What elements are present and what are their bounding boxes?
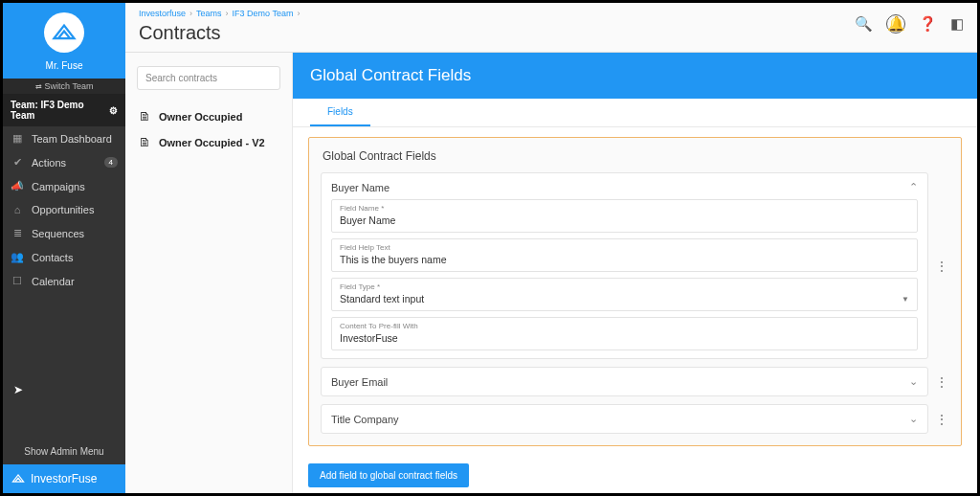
people-icon: 👥: [11, 251, 24, 263]
form-field-prefill[interactable]: Content To Pre-fill With InvestorFuse: [331, 317, 918, 350]
document-icon: 🗎: [139, 135, 151, 149]
page-title: Contracts: [139, 22, 300, 44]
switch-team-link[interactable]: Switch Team: [3, 79, 125, 94]
sidebar-item-opportunities[interactable]: ⌂ Opportunities: [3, 198, 125, 221]
search-contracts-input[interactable]: Search contracts: [137, 66, 280, 90]
form-field-name[interactable]: Field Name * Buyer Name: [331, 199, 918, 233]
form-value: Buyer Name: [340, 214, 909, 226]
sidebar-item-actions[interactable]: ✔ Actions 4: [3, 150, 125, 174]
list-icon: ≣: [11, 227, 24, 239]
form-label: Field Help Text: [340, 243, 909, 252]
field-card-title: Buyer Email: [331, 376, 388, 388]
sidebar-item-label: Actions: [32, 157, 97, 169]
field-menu-icon[interactable]: ⋮: [934, 367, 949, 396]
contract-label: Owner Occupied - V2: [159, 137, 265, 148]
form-label: Field Type *: [340, 282, 909, 291]
sidebar-item-label: Team Dashboard: [32, 133, 118, 145]
contract-item[interactable]: 🗎 Owner Occupied: [137, 103, 280, 129]
sidebar-item-calendar[interactable]: ☐ Calendar: [3, 269, 125, 293]
check-icon: ✔: [11, 156, 24, 169]
sidebar-nav: ▦ Team Dashboard ✔ Actions 4 📣 Campaigns…: [3, 126, 125, 439]
sidebar-item-label: Opportunities: [32, 204, 118, 215]
add-field-button[interactable]: Add field to global contract fields: [308, 463, 469, 487]
form-field-type[interactable]: Field Type * Standard text input ▼: [331, 278, 918, 311]
sidebar-item-label: Calendar: [32, 276, 118, 287]
field-menu-icon[interactable]: ⋮: [934, 404, 949, 434]
contracts-list-column: Search contracts 🗎 Owner Occupied 🗎 Owne…: [125, 53, 293, 493]
sidebar-item-label: Contacts: [32, 252, 118, 263]
document-icon: 🗎: [139, 109, 151, 124]
sidebar-item-sequences[interactable]: ≣ Sequences: [3, 221, 125, 245]
megaphone-icon: 📣: [11, 180, 24, 192]
form-field-help[interactable]: Field Help Text This is the buyers name: [331, 238, 918, 272]
show-admin-menu[interactable]: Show Admin Menu: [3, 439, 125, 464]
home-icon: ⌂: [11, 204, 24, 215]
tab-fields[interactable]: Fields: [310, 99, 370, 126]
field-card-expanded: Buyer Name ⌃ Field Name * Buyer Name Fie…: [321, 172, 928, 359]
sidebar-footer[interactable]: InvestorFuse: [3, 464, 125, 493]
app-logo: [44, 12, 84, 53]
form-value: InvestorFuse: [340, 332, 909, 344]
calendar-icon: ☐: [11, 275, 24, 287]
sidebar-item-campaigns[interactable]: 📣 Campaigns: [3, 174, 125, 198]
page-header: Investorfuse› Teams› IF3 Demo Team› Cont…: [125, 3, 977, 53]
search-icon[interactable]: 🔍: [855, 15, 873, 33]
crumb-root[interactable]: Investorfuse: [139, 9, 186, 18]
field-menu-icon[interactable]: ⋮: [934, 172, 949, 359]
chevron-down-icon: ⌄: [909, 413, 918, 425]
form-value: This is the buyers name: [340, 254, 909, 265]
field-card-collapsed[interactable]: Title Company ⌄: [321, 404, 928, 434]
crumb-teams[interactable]: Teams: [196, 9, 222, 18]
field-card-collapsed[interactable]: Buyer Email ⌄: [321, 367, 928, 396]
content-banner: Global Contract Fields: [293, 53, 977, 99]
sidebar-item-label: Campaigns: [32, 181, 118, 192]
actions-badge: 4: [104, 157, 118, 168]
panel-title: Global Contract Fields: [323, 149, 949, 163]
team-label: Team: IF3 Demo Team: [11, 100, 109, 121]
global-fields-panel: Global Contract Fields Buyer Name ⌃ Fiel…: [308, 137, 962, 446]
breadcrumb: Investorfuse› Teams› IF3 Demo Team›: [139, 5, 300, 18]
contract-item[interactable]: 🗎 Owner Occupied - V2: [137, 129, 280, 155]
dashboard-icon: ▦: [11, 132, 24, 145]
sidebar-item-label: Sequences: [32, 228, 118, 239]
apps-icon[interactable]: ◧: [950, 15, 964, 33]
caret-down-icon: ▼: [902, 295, 909, 304]
main: Investorfuse› Teams› IF3 Demo Team› Cont…: [125, 3, 977, 493]
sidebar-header: Mr. Fuse: [3, 3, 125, 79]
team-row: Team: IF3 Demo Team ⚙: [3, 94, 125, 126]
user-name[interactable]: Mr. Fuse: [46, 60, 83, 71]
form-label: Field Name *: [340, 204, 909, 213]
footer-brand: InvestorFuse: [31, 472, 97, 485]
form-value: Standard text input: [340, 293, 424, 304]
field-card-title: Title Company: [331, 414, 399, 425]
form-label: Content To Pre-fill With: [340, 322, 909, 330]
chevron-up-icon[interactable]: ⌃: [909, 181, 918, 193]
sidebar-item-dashboard[interactable]: ▦ Team Dashboard: [3, 126, 125, 150]
sidebar-item-contacts[interactable]: 👥 Contacts: [3, 245, 125, 269]
contract-label: Owner Occupied: [159, 111, 242, 123]
crumb-team[interactable]: IF3 Demo Team: [233, 9, 294, 18]
header-icons: 🔍 🔔 ❓ ◧: [855, 5, 964, 34]
help-icon[interactable]: ❓: [919, 15, 937, 33]
tabs: Fields: [293, 99, 977, 127]
chevron-down-icon: ⌄: [909, 375, 918, 388]
notifications-icon[interactable]: 🔔: [886, 14, 905, 34]
gear-icon[interactable]: ⚙: [109, 105, 118, 116]
content-column: Global Contract Fields Fields Global Con…: [293, 53, 977, 493]
field-card-title: Buyer Name: [331, 182, 390, 193]
sidebar: Mr. Fuse Switch Team Team: IF3 Demo Team…: [3, 3, 125, 493]
